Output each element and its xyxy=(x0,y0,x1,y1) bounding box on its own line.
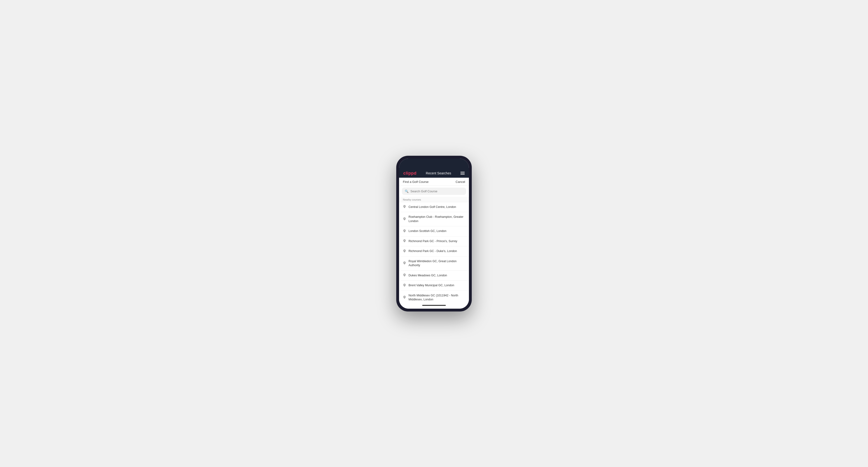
course-name: North Middlesex GC (1011942 - North Midd… xyxy=(408,293,465,302)
location-pin-icon xyxy=(403,229,406,233)
phone-frame: clippd Recent Searches Find a Golf Cours… xyxy=(396,156,472,311)
home-bar xyxy=(422,305,446,306)
course-name: Roehampton Club - Roehampton, Greater Lo… xyxy=(408,215,465,223)
hamburger-line-2 xyxy=(460,173,465,174)
course-list-item[interactable]: Richmond Park GC - Duke's, London xyxy=(399,246,469,256)
location-pin-icon xyxy=(403,296,406,300)
course-name: London Scottish GC, London xyxy=(408,229,446,234)
course-list-item[interactable]: Dukes Meadows GC, London xyxy=(399,271,469,281)
home-indicator xyxy=(399,302,469,309)
location-pin-icon xyxy=(403,239,406,243)
course-list: Central London Golf Centre, London Roeha… xyxy=(399,202,469,302)
course-list-item[interactable]: North Middlesex GC (1011942 - North Midd… xyxy=(399,291,469,302)
course-name: Brent Valley Municipal GC, London xyxy=(408,283,454,288)
main-content: Find a Golf Course Cancel 🔍 Nearby cours… xyxy=(399,178,469,302)
course-list-item[interactable]: Central London Golf Centre, London xyxy=(399,202,469,212)
course-list-item[interactable]: Royal Wimbledon GC, Great London Authori… xyxy=(399,256,469,271)
course-name: Royal Wimbledon GC, Great London Authori… xyxy=(408,259,465,268)
location-pin-icon xyxy=(403,274,406,277)
course-name: Central London Golf Centre, London xyxy=(408,205,456,209)
course-name: Richmond Park GC - Duke's, London xyxy=(408,249,457,253)
search-icon: 🔍 xyxy=(405,189,408,193)
cancel-button[interactable]: Cancel xyxy=(456,180,465,184)
notch xyxy=(420,159,448,164)
course-name: Dukes Meadows GC, London xyxy=(408,274,447,278)
search-input[interactable] xyxy=(410,189,463,193)
hamburger-menu-button[interactable] xyxy=(460,172,465,175)
hamburger-line-3 xyxy=(460,174,465,175)
nearby-courses-label: Nearby courses xyxy=(399,197,469,202)
hamburger-line-1 xyxy=(460,172,465,172)
search-box: 🔍 xyxy=(402,188,466,195)
course-name: Richmond Park GC - Prince's, Surrey xyxy=(408,239,457,244)
location-pin-icon xyxy=(403,261,406,265)
find-label: Find a Golf Course xyxy=(403,180,429,184)
phone-screen: clippd Recent Searches Find a Golf Cours… xyxy=(399,159,469,309)
find-golf-course-bar: Find a Golf Course Cancel xyxy=(399,178,469,186)
location-pin-icon xyxy=(403,217,406,221)
location-pin-icon xyxy=(403,284,406,287)
course-list-item[interactable]: Roehampton Club - Roehampton, Greater Lo… xyxy=(399,212,469,226)
location-pin-icon xyxy=(403,205,406,209)
location-pin-icon xyxy=(403,249,406,253)
course-list-item[interactable]: Richmond Park GC - Prince's, Surrey xyxy=(399,237,469,247)
nav-bar: clippd Recent Searches xyxy=(399,169,469,178)
course-list-item[interactable]: London Scottish GC, London xyxy=(399,226,469,237)
course-list-item[interactable]: Brent Valley Municipal GC, London xyxy=(399,281,469,291)
search-container: 🔍 xyxy=(399,186,469,197)
app-logo: clippd xyxy=(403,171,416,176)
nav-title: Recent Searches xyxy=(426,171,451,175)
